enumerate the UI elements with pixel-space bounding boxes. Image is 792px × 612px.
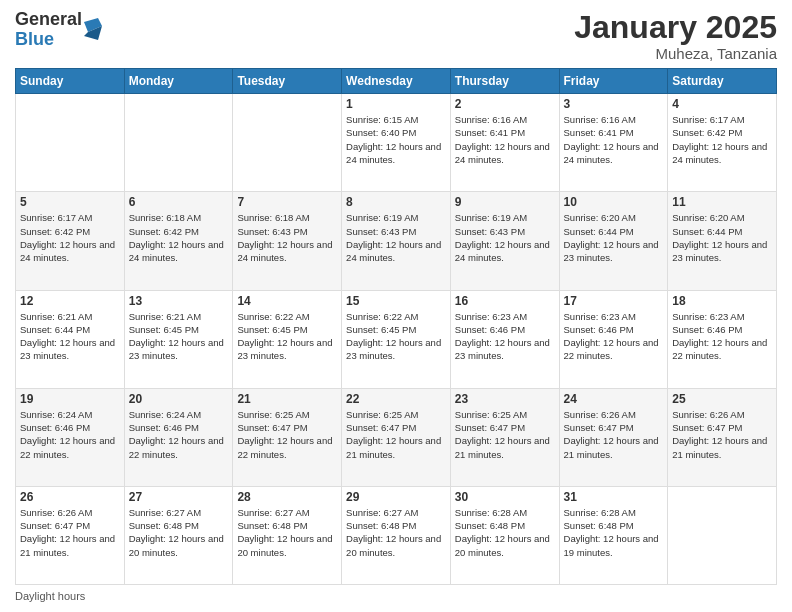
footer: Daylight hours [15, 590, 777, 602]
calendar-cell: 12Sunrise: 6:21 AM Sunset: 6:44 PM Dayli… [16, 290, 125, 388]
day-number: 20 [129, 392, 229, 406]
calendar-cell [233, 94, 342, 192]
day-info: Sunrise: 6:22 AM Sunset: 6:45 PM Dayligh… [346, 310, 446, 363]
calendar-cell: 26Sunrise: 6:26 AM Sunset: 6:47 PM Dayli… [16, 486, 125, 584]
calendar-week-row: 12Sunrise: 6:21 AM Sunset: 6:44 PM Dayli… [16, 290, 777, 388]
day-info: Sunrise: 6:17 AM Sunset: 6:42 PM Dayligh… [20, 211, 120, 264]
calendar-cell: 19Sunrise: 6:24 AM Sunset: 6:46 PM Dayli… [16, 388, 125, 486]
page: General Blue January 2025 Muheza, Tanzan… [0, 0, 792, 612]
day-info: Sunrise: 6:27 AM Sunset: 6:48 PM Dayligh… [237, 506, 337, 559]
daylight-label: Daylight hours [15, 590, 85, 602]
day-number: 23 [455, 392, 555, 406]
day-info: Sunrise: 6:22 AM Sunset: 6:45 PM Dayligh… [237, 310, 337, 363]
day-number: 21 [237, 392, 337, 406]
day-info: Sunrise: 6:25 AM Sunset: 6:47 PM Dayligh… [237, 408, 337, 461]
calendar-cell: 3Sunrise: 6:16 AM Sunset: 6:41 PM Daylig… [559, 94, 668, 192]
day-number: 16 [455, 294, 555, 308]
logo-blue: Blue [15, 30, 82, 50]
day-info: Sunrise: 6:15 AM Sunset: 6:40 PM Dayligh… [346, 113, 446, 166]
calendar-cell: 24Sunrise: 6:26 AM Sunset: 6:47 PM Dayli… [559, 388, 668, 486]
calendar-week-row: 5Sunrise: 6:17 AM Sunset: 6:42 PM Daylig… [16, 192, 777, 290]
calendar-cell: 30Sunrise: 6:28 AM Sunset: 6:48 PM Dayli… [450, 486, 559, 584]
day-info: Sunrise: 6:24 AM Sunset: 6:46 PM Dayligh… [129, 408, 229, 461]
day-number: 26 [20, 490, 120, 504]
day-number: 19 [20, 392, 120, 406]
day-info: Sunrise: 6:28 AM Sunset: 6:48 PM Dayligh… [455, 506, 555, 559]
calendar-cell [16, 94, 125, 192]
calendar-cell: 10Sunrise: 6:20 AM Sunset: 6:44 PM Dayli… [559, 192, 668, 290]
calendar-cell: 28Sunrise: 6:27 AM Sunset: 6:48 PM Dayli… [233, 486, 342, 584]
day-info: Sunrise: 6:20 AM Sunset: 6:44 PM Dayligh… [672, 211, 772, 264]
calendar-cell: 6Sunrise: 6:18 AM Sunset: 6:42 PM Daylig… [124, 192, 233, 290]
calendar-cell: 22Sunrise: 6:25 AM Sunset: 6:47 PM Dayli… [342, 388, 451, 486]
day-info: Sunrise: 6:23 AM Sunset: 6:46 PM Dayligh… [564, 310, 664, 363]
calendar-header-sunday: Sunday [16, 69, 125, 94]
calendar-cell: 2Sunrise: 6:16 AM Sunset: 6:41 PM Daylig… [450, 94, 559, 192]
day-number: 1 [346, 97, 446, 111]
calendar-cell: 4Sunrise: 6:17 AM Sunset: 6:42 PM Daylig… [668, 94, 777, 192]
logo: General Blue [15, 10, 102, 50]
day-info: Sunrise: 6:26 AM Sunset: 6:47 PM Dayligh… [564, 408, 664, 461]
day-info: Sunrise: 6:21 AM Sunset: 6:45 PM Dayligh… [129, 310, 229, 363]
calendar-cell: 27Sunrise: 6:27 AM Sunset: 6:48 PM Dayli… [124, 486, 233, 584]
calendar-week-row: 26Sunrise: 6:26 AM Sunset: 6:47 PM Dayli… [16, 486, 777, 584]
calendar-header-monday: Monday [124, 69, 233, 94]
day-info: Sunrise: 6:27 AM Sunset: 6:48 PM Dayligh… [129, 506, 229, 559]
calendar-cell: 29Sunrise: 6:27 AM Sunset: 6:48 PM Dayli… [342, 486, 451, 584]
day-number: 28 [237, 490, 337, 504]
day-number: 17 [564, 294, 664, 308]
title-block: January 2025 Muheza, Tanzania [574, 10, 777, 62]
day-info: Sunrise: 6:24 AM Sunset: 6:46 PM Dayligh… [20, 408, 120, 461]
calendar-cell: 1Sunrise: 6:15 AM Sunset: 6:40 PM Daylig… [342, 94, 451, 192]
location: Muheza, Tanzania [574, 45, 777, 62]
calendar-cell: 7Sunrise: 6:18 AM Sunset: 6:43 PM Daylig… [233, 192, 342, 290]
logo-icon [84, 18, 102, 40]
day-info: Sunrise: 6:23 AM Sunset: 6:46 PM Dayligh… [672, 310, 772, 363]
day-number: 8 [346, 195, 446, 209]
calendar-cell: 17Sunrise: 6:23 AM Sunset: 6:46 PM Dayli… [559, 290, 668, 388]
calendar-cell [668, 486, 777, 584]
calendar-header-tuesday: Tuesday [233, 69, 342, 94]
day-number: 12 [20, 294, 120, 308]
day-number: 9 [455, 195, 555, 209]
logo-general: General [15, 10, 82, 30]
day-number: 11 [672, 195, 772, 209]
day-number: 10 [564, 195, 664, 209]
calendar-week-row: 19Sunrise: 6:24 AM Sunset: 6:46 PM Dayli… [16, 388, 777, 486]
calendar-cell: 14Sunrise: 6:22 AM Sunset: 6:45 PM Dayli… [233, 290, 342, 388]
calendar-cell: 16Sunrise: 6:23 AM Sunset: 6:46 PM Dayli… [450, 290, 559, 388]
day-number: 25 [672, 392, 772, 406]
day-info: Sunrise: 6:28 AM Sunset: 6:48 PM Dayligh… [564, 506, 664, 559]
day-info: Sunrise: 6:25 AM Sunset: 6:47 PM Dayligh… [346, 408, 446, 461]
calendar-header-thursday: Thursday [450, 69, 559, 94]
calendar-cell: 23Sunrise: 6:25 AM Sunset: 6:47 PM Dayli… [450, 388, 559, 486]
header: General Blue January 2025 Muheza, Tanzan… [15, 10, 777, 62]
day-info: Sunrise: 6:17 AM Sunset: 6:42 PM Dayligh… [672, 113, 772, 166]
day-info: Sunrise: 6:25 AM Sunset: 6:47 PM Dayligh… [455, 408, 555, 461]
day-number: 30 [455, 490, 555, 504]
day-number: 29 [346, 490, 446, 504]
day-number: 15 [346, 294, 446, 308]
month-title: January 2025 [574, 10, 777, 45]
day-number: 27 [129, 490, 229, 504]
calendar-header-friday: Friday [559, 69, 668, 94]
day-info: Sunrise: 6:18 AM Sunset: 6:42 PM Dayligh… [129, 211, 229, 264]
day-number: 6 [129, 195, 229, 209]
calendar-table: SundayMondayTuesdayWednesdayThursdayFrid… [15, 68, 777, 585]
logo-text: General Blue [15, 10, 82, 50]
calendar-cell [124, 94, 233, 192]
day-number: 31 [564, 490, 664, 504]
day-number: 5 [20, 195, 120, 209]
day-number: 2 [455, 97, 555, 111]
calendar-cell: 11Sunrise: 6:20 AM Sunset: 6:44 PM Dayli… [668, 192, 777, 290]
day-info: Sunrise: 6:18 AM Sunset: 6:43 PM Dayligh… [237, 211, 337, 264]
day-number: 3 [564, 97, 664, 111]
calendar-header-saturday: Saturday [668, 69, 777, 94]
day-number: 24 [564, 392, 664, 406]
calendar-header-wednesday: Wednesday [342, 69, 451, 94]
day-number: 7 [237, 195, 337, 209]
calendar-cell: 31Sunrise: 6:28 AM Sunset: 6:48 PM Dayli… [559, 486, 668, 584]
calendar-cell: 9Sunrise: 6:19 AM Sunset: 6:43 PM Daylig… [450, 192, 559, 290]
day-number: 14 [237, 294, 337, 308]
day-info: Sunrise: 6:19 AM Sunset: 6:43 PM Dayligh… [455, 211, 555, 264]
